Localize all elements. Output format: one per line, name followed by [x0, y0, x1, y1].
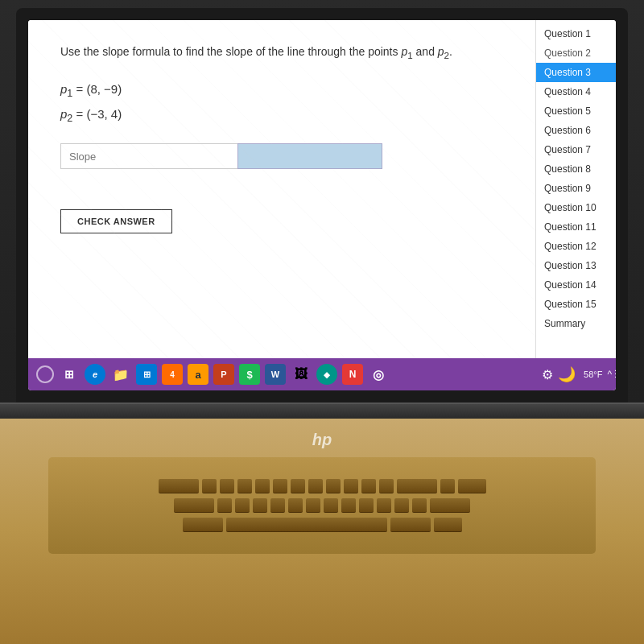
- key-f6[interactable]: [291, 479, 305, 493]
- laptop-outer: Use the slope formula to find the slope …: [0, 0, 644, 644]
- screen: Use the slope formula to find the slope …: [28, 20, 616, 390]
- slope-input-highlight: [237, 143, 382, 169]
- key-4[interactable]: [270, 498, 285, 513]
- key-shift-right[interactable]: [390, 518, 431, 532]
- key-minus[interactable]: [394, 498, 409, 513]
- key-7[interactable]: [324, 498, 338, 513]
- key-f5[interactable]: [273, 479, 287, 493]
- teal-app-button[interactable]: ◆: [316, 364, 337, 385]
- task-view-button[interactable]: ⊞: [59, 364, 80, 385]
- sidebar-item-9[interactable]: Question 9: [536, 179, 616, 198]
- key-f2[interactable]: [220, 479, 234, 493]
- badge-container: 4: [162, 364, 183, 385]
- key-3[interactable]: [253, 498, 267, 513]
- key-tilde[interactable]: [174, 498, 214, 513]
- key-backspace[interactable]: [430, 498, 470, 513]
- sidebar-item-3[interactable]: Question 3: [536, 63, 616, 82]
- powerpoint-button[interactable]: P: [213, 364, 234, 385]
- math-points: p1 = (8, −9) p2 = (−3, 4): [60, 78, 503, 127]
- main-content: Use the slope formula to find the slope …: [28, 20, 616, 358]
- sidebar-item-11[interactable]: Question 11: [536, 217, 616, 237]
- sidebar-item-16[interactable]: Summary: [536, 314, 616, 333]
- key-space[interactable]: [226, 518, 387, 532]
- keyboard-area: [48, 457, 596, 554]
- amazon-button[interactable]: a: [188, 364, 208, 385]
- weather-display: 58°F: [584, 369, 602, 379]
- keyboard-deck: hp: [0, 419, 644, 644]
- sidebar-item-14[interactable]: Question 14: [536, 275, 616, 295]
- store-button[interactable]: ⊞: [136, 364, 157, 385]
- sidebar-item-10[interactable]: Question 10: [536, 198, 616, 217]
- key-f10[interactable]: [361, 479, 376, 493]
- hp-logo: hp: [312, 431, 332, 449]
- key-f1[interactable]: [202, 479, 217, 493]
- sidebar-item-13[interactable]: Question 13: [536, 256, 616, 275]
- key-9[interactable]: [359, 498, 374, 513]
- sidebar-item-15[interactable]: Question 15: [536, 295, 616, 314]
- key-arrow-right[interactable]: [440, 479, 455, 493]
- sidebar-item-5[interactable]: Question 5: [536, 101, 616, 121]
- sidebar-item-2[interactable]: Question 2: [536, 43, 616, 63]
- key-1[interactable]: [217, 498, 232, 513]
- key-0[interactable]: [377, 498, 391, 513]
- photo-app-button[interactable]: 🖼: [291, 364, 312, 385]
- question-sidebar: Question 1Question 2Question 3Question 4…: [535, 20, 616, 358]
- sidebar-item-12[interactable]: Question 12: [536, 237, 616, 256]
- folder-button[interactable]: 📁: [110, 364, 131, 385]
- word-button[interactable]: W: [265, 364, 286, 385]
- sidebar-item-1[interactable]: Question 1: [536, 24, 616, 43]
- check-answer-button[interactable]: CHECK ANSWER: [60, 209, 172, 233]
- p2-value: p2 = (−3, 4): [60, 103, 503, 128]
- sidebar-item-8[interactable]: Question 8: [536, 159, 616, 179]
- slope-input[interactable]: [60, 143, 237, 169]
- question-area-wrapper: Use the slope formula to find the slope …: [28, 20, 535, 358]
- edge-button[interactable]: e: [85, 364, 105, 385]
- key-equals[interactable]: [412, 498, 427, 513]
- moon-icon: 🌙: [558, 365, 576, 383]
- key-f11[interactable]: [379, 479, 394, 493]
- key-f9[interactable]: [344, 479, 358, 493]
- dollar-app-button[interactable]: $: [239, 364, 260, 385]
- circular-app-button[interactable]: ◎: [368, 364, 389, 385]
- notification-badge[interactable]: 4: [162, 364, 183, 385]
- search-circle-icon[interactable]: [36, 365, 54, 383]
- key-row-1: [159, 479, 486, 493]
- key-f8[interactable]: [326, 479, 341, 493]
- key-2[interactable]: [235, 498, 250, 513]
- question-area: Use the slope formula to find the slope …: [28, 20, 535, 258]
- key-f3[interactable]: [237, 479, 252, 493]
- key-shift-left[interactable]: [183, 518, 223, 532]
- key-esc[interactable]: [159, 479, 199, 493]
- sidebar-item-6[interactable]: Question 6: [536, 121, 616, 140]
- system-tray-icons: ^ ☰ ○: [607, 369, 616, 380]
- settings-icon[interactable]: ⚙: [542, 367, 553, 382]
- taskbar-right: ⚙ 🌙 58°F ^ ☰ ○: [542, 365, 616, 383]
- key-delete[interactable]: [458, 479, 486, 493]
- question-instruction: Use the slope formula to find the slope …: [60, 44, 503, 62]
- key-8[interactable]: [341, 498, 356, 513]
- slope-input-row: [60, 143, 503, 169]
- key-5[interactable]: [288, 498, 303, 513]
- key-f7[interactable]: [308, 479, 323, 493]
- key-f4[interactable]: [255, 479, 270, 493]
- key-prt-sc[interactable]: [434, 518, 462, 532]
- laptop-hinge: [0, 402, 644, 419]
- taskbar: ⊞ e 📁 ⊞ 4: [28, 358, 616, 390]
- sidebar-item-7[interactable]: Question 7: [536, 140, 616, 159]
- key-arrow-left[interactable]: [397, 479, 437, 493]
- netflix-button[interactable]: N: [342, 364, 363, 385]
- key-row-2: [174, 498, 470, 513]
- p1-value: p1 = (8, −9): [60, 78, 503, 103]
- sidebar-item-4[interactable]: Question 4: [536, 82, 616, 101]
- screen-bezel: Use the slope formula to find the slope …: [16, 8, 628, 402]
- key-6[interactable]: [306, 498, 320, 513]
- key-row-space: [183, 518, 462, 532]
